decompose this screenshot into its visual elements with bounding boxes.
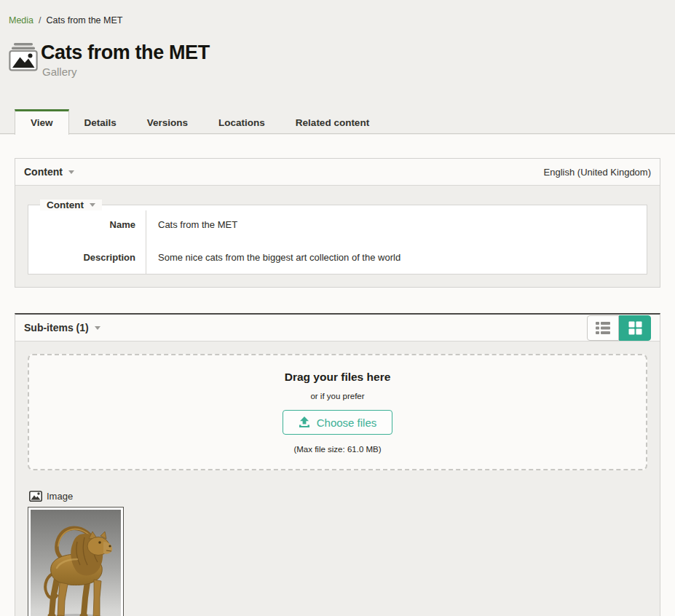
content-fieldset-title: Content: [47, 200, 84, 210]
breadcrumb-media-link[interactable]: Media: [9, 15, 33, 25]
subitems-section-header[interactable]: Sub-items (1): [15, 315, 660, 341]
page-title-block: Cats from the MET Gallery: [9, 42, 210, 78]
subitem-thumbnail[interactable]: [28, 507, 124, 616]
content-section-header[interactable]: Content English (United Kingdom): [15, 159, 660, 186]
gallery-icon: [9, 42, 39, 71]
image-icon: [29, 491, 42, 502]
file-dropzone[interactable]: Drag your files here or if you prefer Ch…: [28, 354, 647, 470]
view-tab-panel: Content English (United Kingdom) Content…: [0, 135, 675, 616]
content-type-label: Gallery: [42, 66, 210, 78]
tab-locations[interactable]: Locations: [203, 109, 280, 134]
grid-view-button[interactable]: [619, 315, 651, 341]
field-value-description: Some nice cats from the biggest art coll…: [146, 241, 647, 274]
content-section: Content English (United Kingdom) Content…: [15, 158, 660, 288]
breadcrumb-separator: /: [39, 15, 41, 25]
caret-down-icon: [90, 203, 95, 207]
field-label-description: Description: [28, 241, 146, 274]
list-view-button[interactable]: [587, 315, 619, 341]
subitems-section: Sub-items (1): [15, 313, 660, 616]
grid-view-icon: [628, 321, 642, 335]
page-title: Cats from the MET: [41, 42, 210, 63]
field-label-name: Name: [28, 210, 146, 241]
view-mode-toggle: [587, 315, 651, 341]
choose-files-button[interactable]: Choose files: [283, 410, 393, 435]
subitems-section-body: Drag your files here or if you prefer Ch…: [15, 341, 660, 616]
content-section-title: Content: [24, 166, 63, 178]
upload-icon: [299, 416, 310, 428]
tab-bar: View Details Versions Locations Related …: [0, 109, 675, 134]
field-row-description: Description Some nice cats from the bigg…: [28, 241, 647, 274]
list-view-icon: [596, 322, 610, 334]
field-row-name: Name Cats from the MET: [28, 210, 647, 241]
content-section-body: Content Name Cats from the MET Descripti…: [15, 186, 660, 287]
language-label: English (United Kingdom): [544, 167, 651, 178]
tab-view[interactable]: View: [15, 109, 69, 135]
subitem-type-row: Image: [29, 491, 647, 502]
tab-versions[interactable]: Versions: [132, 109, 203, 134]
subitem-type-label: Image: [47, 491, 73, 502]
tab-related-content[interactable]: Related content: [280, 109, 384, 134]
breadcrumb: Media / Cats from the MET: [9, 15, 122, 25]
tab-details[interactable]: Details: [69, 109, 132, 134]
choose-files-label: Choose files: [317, 416, 377, 429]
caret-down-icon: [68, 170, 74, 174]
subitems-section-title: Sub-items (1): [24, 322, 89, 333]
subitem-card: Image: [28, 491, 647, 616]
lion-statue-image: [31, 510, 121, 616]
breadcrumb-current: Cats from the MET: [47, 15, 123, 25]
content-fieldset: Content Name Cats from the MET Descripti…: [28, 200, 647, 275]
dropzone-heading: Drag your files here: [36, 371, 639, 384]
dropzone-subheading: or if you prefer: [36, 392, 639, 400]
content-fieldset-legend: Content: [40, 200, 102, 210]
caret-down-icon: [95, 326, 100, 330]
max-file-size-note: (Max file size: 61.0 MB): [36, 445, 639, 454]
field-value-name: Cats from the MET: [146, 210, 647, 241]
